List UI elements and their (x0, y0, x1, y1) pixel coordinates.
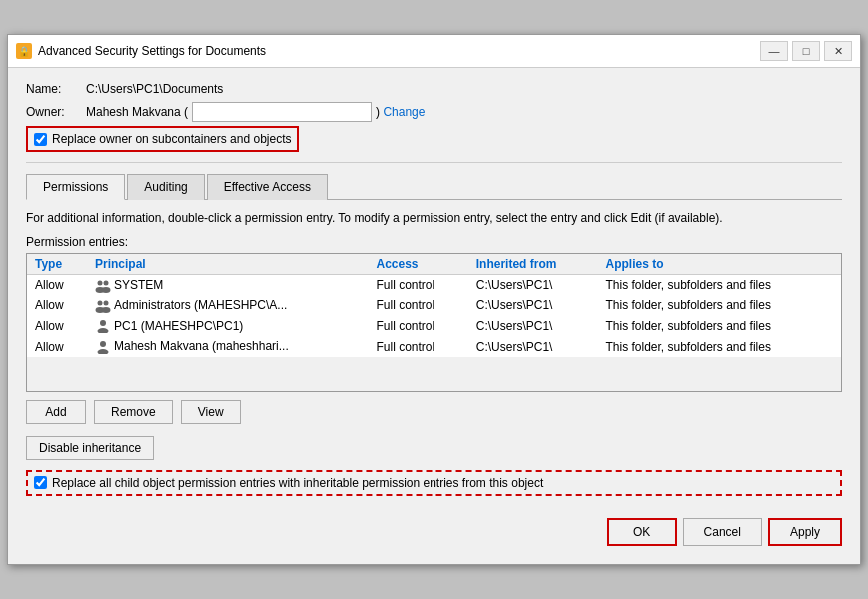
name-row: Name: C:\Users\PC1\Documents (26, 82, 842, 96)
tab-permissions[interactable]: Permissions (26, 174, 125, 200)
tabs-container: Permissions Auditing Effective Access (26, 173, 842, 200)
table-row[interactable]: Allow PC1 (MAHESHPC\PC1) Full control C:… (27, 316, 841, 337)
row-inherited: C:\Users\PC1\ (468, 274, 598, 295)
col-access: Access (368, 254, 467, 275)
replace-children-checkbox-row: Replace all child object permission entr… (26, 470, 842, 496)
bottom-buttons: OK Cancel Apply (26, 510, 842, 550)
permission-table: Type Principal Access Inherited from App… (27, 254, 841, 357)
name-value: C:\Users\PC1\Documents (86, 82, 223, 96)
owner-input[interactable] (192, 102, 372, 122)
maximize-button[interactable]: □ (792, 41, 820, 61)
row-type: Allow (27, 316, 87, 337)
col-inherited: Inherited from (468, 254, 598, 275)
table-row[interactable]: Allow SYSTEM Full control C:\Users\PC1\ … (27, 274, 841, 295)
row-applies: This folder, subfolders and files (597, 296, 841, 316)
replace-children-label[interactable]: Replace all child object permission entr… (52, 476, 543, 490)
content-area: Name: C:\Users\PC1\Documents Owner: Mahe… (8, 68, 860, 564)
main-window: 🔒 Advanced Security Settings for Documen… (7, 34, 861, 565)
replace-owner-checkbox-row: Replace owner on subcontainers and objec… (26, 126, 299, 152)
tab-auditing[interactable]: Auditing (127, 174, 204, 200)
row-principal: SYSTEM (87, 274, 369, 295)
user-icon (95, 319, 111, 333)
row-access: Full control (368, 296, 467, 316)
row-principal: PC1 (MAHESHPC\PC1) (87, 316, 369, 337)
row-applies: This folder, subfolders and files (597, 336, 841, 357)
replace-children-checkbox[interactable] (34, 476, 47, 489)
section-label: Permission entries: (26, 235, 842, 249)
table-row[interactable]: Allow Mahesh Makvana (maheshhari... Full… (27, 336, 841, 357)
disable-inheritance-button[interactable]: Disable inheritance (26, 436, 154, 460)
row-type: Allow (27, 274, 87, 295)
change-link[interactable]: Change (383, 105, 425, 119)
action-buttons: Add Remove View (26, 400, 842, 424)
window-icon: 🔒 (16, 43, 32, 59)
remove-button[interactable]: Remove (94, 400, 173, 424)
permission-table-container[interactable]: Type Principal Access Inherited from App… (26, 253, 842, 392)
row-applies: This folder, subfolders and files (597, 316, 841, 337)
cancel-button[interactable]: Cancel (683, 518, 762, 546)
window-title: Advanced Security Settings for Documents (38, 44, 760, 58)
close-button[interactable]: ✕ (824, 41, 852, 61)
owner-row: Owner: Mahesh Makvana ( ) Change (26, 102, 842, 122)
row-inherited: C:\Users\PC1\ (468, 296, 598, 316)
row-type: Allow (27, 296, 87, 316)
ok-button[interactable]: OK (607, 518, 677, 546)
name-label: Name: (26, 82, 86, 96)
col-applies: Applies to (597, 254, 841, 275)
row-inherited: C:\Users\PC1\ (468, 336, 598, 357)
title-controls: — □ ✕ (760, 41, 852, 61)
row-inherited: C:\Users\PC1\ (468, 316, 598, 337)
row-access: Full control (368, 316, 467, 337)
row-principal: Administrators (MAHESHPC\A... (87, 296, 369, 316)
table-row[interactable]: Allow Administrators (MAHESHPC\A... Full… (27, 296, 841, 316)
title-bar: 🔒 Advanced Security Settings for Documen… (8, 35, 860, 68)
minimize-button[interactable]: — (760, 41, 788, 61)
add-button[interactable]: Add (26, 400, 86, 424)
owner-name: Mahesh Makvana ( (86, 105, 188, 119)
row-applies: This folder, subfolders and files (597, 274, 841, 295)
row-type: Allow (27, 336, 87, 357)
apply-button[interactable]: Apply (768, 518, 842, 546)
row-access: Full control (368, 336, 467, 357)
users-icon (95, 300, 111, 313)
replace-owner-checkbox[interactable] (34, 133, 47, 146)
user-icon (95, 340, 111, 354)
replace-owner-label[interactable]: Replace owner on subcontainers and objec… (52, 132, 291, 146)
row-principal: Mahesh Makvana (maheshhari... (87, 336, 369, 357)
col-principal: Principal (87, 254, 369, 275)
view-button[interactable]: View (181, 400, 241, 424)
row-access: Full control (368, 274, 467, 295)
info-text: For additional information, double-click… (26, 210, 842, 227)
col-type: Type (27, 254, 87, 275)
users-icon (95, 279, 111, 293)
owner-label: Owner: (26, 105, 86, 119)
tab-effective-access[interactable]: Effective Access (207, 174, 328, 200)
owner-suffix: ) (376, 105, 380, 119)
